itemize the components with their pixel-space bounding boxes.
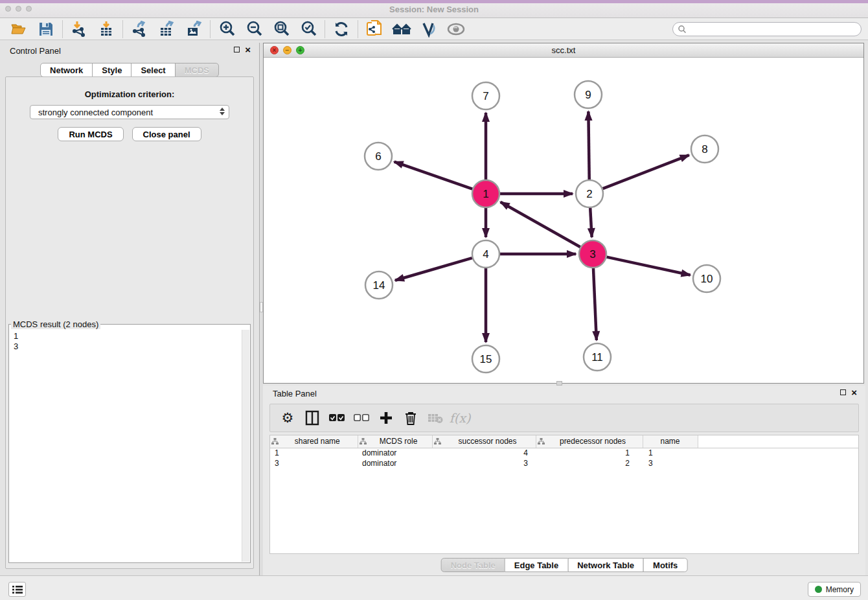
toolbar-separator [62, 20, 63, 38]
mcds-tab-content: Optimization criterion: strongly connect… [5, 76, 254, 569]
graph-node-label-15: 15 [480, 353, 492, 365]
graph-node-label-4: 4 [483, 248, 488, 260]
column-header-predecessor-nodes[interactable]: predecessor nodes [536, 435, 643, 448]
column-header-name[interactable]: name [643, 435, 698, 448]
graph-node-label-1: 1 [483, 188, 488, 200]
column-header-successor-nodes[interactable]: successor nodes [432, 435, 536, 448]
table-body: 1dominator4113dominator323 [270, 448, 858, 468]
mcds-result-text[interactable]: 1 3 [9, 329, 241, 562]
refresh-icon[interactable] [332, 19, 351, 39]
memory-button[interactable]: Memory [808, 582, 861, 597]
delete-column-trash-icon[interactable] [401, 408, 420, 428]
optimization-criterion-select[interactable]: strongly connected component [30, 105, 229, 119]
tab-mcds[interactable]: MCDS [175, 63, 219, 77]
first-neighbors-icon[interactable] [365, 19, 384, 39]
window-accent-strip [0, 0, 868, 3]
graph-edge-3-10[interactable] [607, 257, 691, 275]
table-cell[interactable]: dominator [358, 448, 432, 458]
graph-edge-2-8[interactable] [603, 155, 689, 189]
open-file-icon[interactable] [9, 19, 29, 39]
toolbar-separator [210, 20, 211, 38]
toolbar-separator [325, 20, 325, 38]
import-table-icon[interactable] [97, 19, 116, 39]
export-table-icon[interactable] [157, 19, 176, 39]
unselect-all-columns-icon[interactable] [352, 408, 371, 428]
hierarchy-icon [538, 438, 545, 445]
optimization-criterion-label: Optimization criterion: [6, 89, 253, 99]
table-cell[interactable]: 4 [432, 448, 536, 458]
graph-edge-1-6[interactable] [394, 162, 473, 189]
tab-network[interactable]: Network [40, 63, 93, 77]
zoom-out-icon[interactable] [244, 19, 264, 39]
graph-edge-2-3[interactable] [590, 208, 591, 237]
export-network-icon[interactable] [130, 19, 149, 39]
close-table-panel-icon[interactable]: × [851, 389, 857, 396]
graph-node-label-10: 10 [701, 273, 713, 285]
result-scrollbar[interactable] [242, 330, 249, 562]
save-session-icon[interactable] [36, 19, 56, 39]
function-builder-icon[interactable]: f(x) [450, 408, 470, 428]
node-table: shared nameMCDS rolesuccessor nodesprede… [269, 435, 859, 554]
create-column-plus-icon[interactable] [376, 408, 396, 428]
column-header-MCDS-role[interactable]: MCDS role [358, 435, 432, 448]
table-panel-title: Table Panel [273, 389, 317, 398]
main-toolbar [0, 18, 868, 40]
eye-icon[interactable] [446, 19, 466, 39]
table-settings-gear-icon[interactable]: ⚙ [278, 408, 297, 428]
tab-style[interactable]: Style [92, 63, 131, 77]
mcds-result-box: MCDS result (2 nodes) 1 3 [8, 319, 251, 563]
app-titlebar: Session: New Session [0, 0, 868, 18]
table-cell[interactable]: 1 [536, 448, 643, 458]
table-row[interactable]: 3dominator323 [270, 458, 858, 468]
close-panel-button[interactable]: Close panel [132, 127, 201, 141]
table-cell[interactable]: 1 [643, 448, 698, 458]
tab-network-table[interactable]: Network Table [567, 558, 644, 572]
column-header-shared-name[interactable]: shared name [270, 435, 358, 448]
delete-table-icon[interactable] [426, 408, 445, 428]
tab-motifs[interactable]: Motifs [643, 558, 687, 572]
control-panel: Control Panel × Network Style Select MCD… [0, 43, 259, 573]
table-cell[interactable]: 2 [536, 458, 643, 468]
network-canvas[interactable]: 1234678910111415 [264, 58, 863, 383]
window-resize-grip[interactable] [556, 381, 562, 386]
zoom-in-icon[interactable] [217, 19, 236, 39]
graph-node-label-9: 9 [585, 89, 591, 101]
table-cell[interactable]: 3 [643, 458, 698, 468]
graph-edge-4-14[interactable] [395, 258, 472, 281]
table-cell[interactable]: 3 [432, 458, 536, 468]
graph-node-label-2: 2 [586, 188, 592, 200]
import-network-icon[interactable] [69, 19, 89, 39]
table-cell[interactable]: 1 [270, 448, 358, 458]
show-columns-icon[interactable] [303, 408, 322, 428]
home-icon[interactable] [392, 19, 411, 39]
select-all-columns-icon[interactable] [327, 408, 347, 428]
graph-edge-3-1[interactable] [501, 202, 580, 247]
search-input[interactable] [690, 23, 861, 35]
graph-node-label-14: 14 [373, 279, 385, 292]
graph-edge-2-9[interactable] [588, 111, 589, 179]
task-history-button[interactable] [8, 582, 26, 597]
combo-stepper-icon [220, 108, 225, 115]
table-cell[interactable]: dominator [358, 458, 432, 468]
close-panel-icon[interactable]: × [245, 46, 251, 53]
graph-edge-3-11[interactable] [593, 268, 597, 340]
table-cell[interactable]: 3 [270, 458, 358, 468]
network-window-title: scc.txt [264, 45, 863, 55]
network-canvas-svg: 1234678910111415 [264, 58, 863, 383]
tab-edge-table[interactable]: Edge Table [505, 558, 568, 572]
search-field[interactable] [672, 22, 862, 36]
network-window-titlebar[interactable]: × − + scc.txt [264, 43, 863, 58]
float-table-panel-icon[interactable] [840, 389, 846, 395]
export-image-icon[interactable] [184, 19, 203, 39]
table-row[interactable]: 1dominator411 [270, 448, 858, 458]
float-panel-icon[interactable] [234, 47, 240, 52]
table-tabs: Node Table Edge Table Network Table Moti… [441, 558, 688, 572]
run-mcds-button[interactable]: Run MCDS [58, 127, 123, 141]
hide-details-icon[interactable] [419, 19, 439, 39]
zoom-fit-icon[interactable] [271, 19, 291, 39]
tab-node-table[interactable]: Node Table [441, 558, 505, 572]
zoom-selected-icon[interactable] [299, 19, 318, 39]
tab-select[interactable]: Select [131, 63, 175, 77]
table-panel: Table Panel × ⚙ f(x) shared nameMCDS [263, 386, 865, 575]
hierarchy-icon [271, 438, 279, 445]
